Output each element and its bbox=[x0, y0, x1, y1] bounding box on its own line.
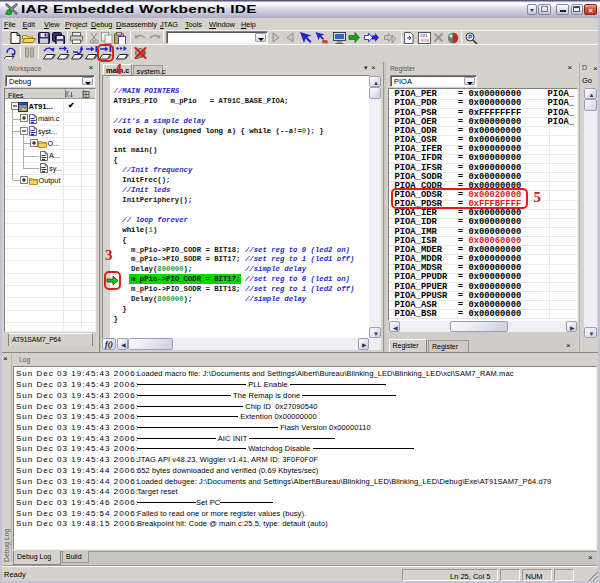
svg-text:P: P bbox=[468, 34, 472, 40]
svg-text:010: 010 bbox=[421, 38, 429, 43]
